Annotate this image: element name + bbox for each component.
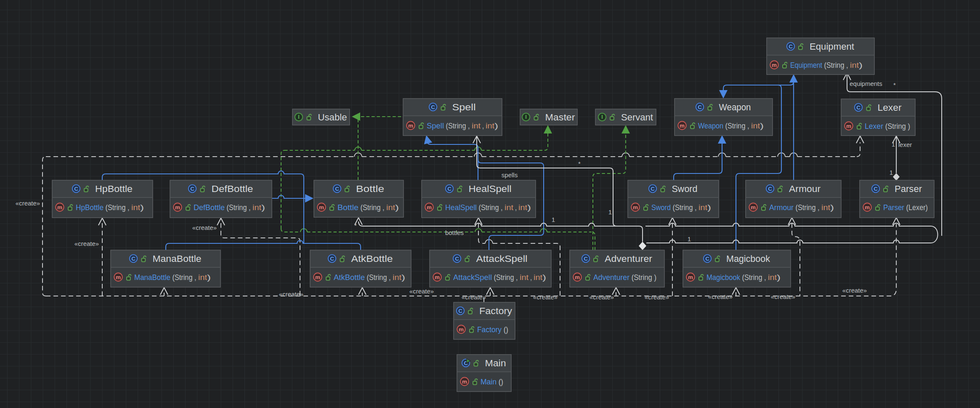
- svg-text:C: C: [705, 256, 709, 262]
- svg-text:1: 1: [890, 169, 893, 176]
- svg-text:m: m: [427, 204, 432, 211]
- svg-text:m: m: [751, 204, 756, 211]
- svg-text:C: C: [768, 186, 772, 192]
- svg-text:1: 1: [892, 141, 895, 148]
- svg-text:Parser (Lexer): Parser (Lexer): [883, 203, 928, 212]
- svg-text:*: *: [578, 160, 581, 167]
- svg-text:ManaBottle (String , int): ManaBottle (String , int): [134, 273, 211, 282]
- svg-text:C: C: [856, 104, 860, 111]
- svg-text:Magicbook (String , int): Magicbook (String , int): [706, 273, 781, 282]
- svg-text:m: m: [846, 123, 851, 129]
- svg-text:«create»: «create»: [279, 291, 303, 298]
- svg-text:Lexer (String ): Lexer (String ): [865, 122, 910, 131]
- svg-text:Spell: Spell: [452, 102, 476, 112]
- svg-text:*: *: [354, 222, 357, 229]
- svg-text:DefBottle (String , int): DefBottle (String , int): [194, 203, 265, 212]
- svg-text:I: I: [601, 114, 603, 120]
- svg-text:«create»: «create»: [533, 293, 558, 301]
- svg-text:Parser: Parser: [895, 184, 922, 194]
- svg-text:Magicbook: Magicbook: [726, 253, 770, 264]
- svg-text:C: C: [455, 256, 459, 262]
- svg-text:C: C: [874, 186, 878, 192]
- svg-text:C: C: [651, 186, 655, 192]
- svg-text:Usable: Usable: [318, 112, 347, 123]
- svg-text:Lexer: Lexer: [878, 102, 902, 113]
- svg-text:AtkBottle: AtkBottle: [351, 253, 393, 264]
- svg-text:m: m: [435, 274, 440, 280]
- svg-text:Factory: Factory: [479, 306, 512, 316]
- svg-text:C: C: [698, 104, 702, 110]
- svg-text:Bottle (String , int): Bottle (String , int): [337, 203, 399, 212]
- svg-text:m: m: [116, 274, 121, 280]
- svg-text:C: C: [447, 186, 451, 192]
- svg-text:I: I: [525, 114, 526, 120]
- svg-text:HealSpell: HealSpell: [469, 184, 512, 194]
- svg-text:bottles: bottles: [445, 229, 464, 236]
- svg-text:C: C: [330, 256, 334, 262]
- svg-text:«create»: «create»: [409, 288, 434, 295]
- svg-text:Sword: Sword: [672, 184, 698, 194]
- svg-text:C: C: [458, 308, 462, 314]
- svg-text:Weapon: Weapon: [719, 102, 751, 112]
- svg-text:Equipment (String , int): Equipment (String , int): [790, 61, 863, 69]
- svg-text:C: C: [789, 43, 793, 50]
- svg-text:m: m: [459, 326, 464, 333]
- svg-text:HpBottle: HpBottle: [95, 184, 133, 194]
- svg-text:«create»: «create»: [462, 293, 486, 301]
- svg-text:lexer: lexer: [898, 141, 912, 148]
- svg-text:I: I: [298, 114, 299, 120]
- svg-text:C: C: [584, 256, 588, 262]
- svg-text:Main: Main: [485, 358, 506, 368]
- svg-text:DefBottle: DefBottle: [212, 184, 253, 194]
- svg-text:C: C: [131, 256, 135, 262]
- svg-text:Armour: Armour: [789, 184, 821, 194]
- svg-text:«create»: «create»: [708, 293, 733, 300]
- svg-text:«create»: «create»: [590, 293, 614, 301]
- svg-text:m: m: [865, 204, 870, 211]
- svg-text:HpBottle (String , int): HpBottle (String , int): [76, 203, 144, 212]
- svg-text:C: C: [431, 104, 435, 110]
- svg-text:spells: spells: [502, 171, 518, 179]
- svg-text:C: C: [335, 186, 339, 192]
- svg-text:1: 1: [608, 208, 612, 216]
- svg-text:Factory (): Factory (): [477, 325, 508, 334]
- svg-text:«create»: «create»: [192, 224, 217, 231]
- svg-text:HealSpell (String , int , int): HealSpell (String , int , int): [445, 203, 531, 212]
- svg-text:m: m: [772, 62, 777, 68]
- svg-text:«create»: «create»: [16, 200, 40, 207]
- svg-text:C: C: [190, 186, 194, 192]
- svg-text:Sword (String , int): Sword (String , int): [651, 203, 711, 212]
- svg-text:Adventurer (String ): Adventurer (String ): [593, 273, 656, 282]
- svg-text:Master: Master: [545, 112, 575, 123]
- svg-text:Weapon (String , int): Weapon (String , int): [698, 121, 764, 130]
- svg-text:m: m: [315, 274, 320, 280]
- svg-text:m: m: [57, 204, 62, 211]
- svg-text:Bottle: Bottle: [356, 184, 384, 194]
- svg-text:*: *: [893, 81, 896, 88]
- svg-text:m: m: [575, 274, 580, 280]
- svg-text:m: m: [319, 204, 324, 211]
- svg-text:Main (): Main (): [481, 377, 503, 386]
- svg-text:«create»: «create»: [74, 240, 99, 247]
- svg-text:m: m: [462, 379, 467, 385]
- svg-text:Equipment: Equipment: [810, 41, 854, 52]
- svg-text:m: m: [408, 123, 413, 129]
- svg-text:m: m: [680, 123, 685, 129]
- svg-text:Spell (String , int , int): Spell (String , int , int): [427, 121, 498, 130]
- svg-text:m: m: [175, 204, 180, 211]
- svg-text:C: C: [74, 186, 78, 192]
- svg-text:1: 1: [688, 235, 691, 243]
- svg-text:«create»: «create»: [645, 293, 669, 301]
- svg-text:«create»: «create»: [842, 287, 867, 294]
- svg-text:1: 1: [552, 216, 555, 223]
- svg-text:AttackSpell (String , int , in: AttackSpell (String , int , int): [453, 273, 546, 282]
- svg-text:m: m: [633, 204, 638, 211]
- svg-text:Armour (String , int): Armour (String , int): [769, 203, 834, 212]
- svg-text:Servant: Servant: [621, 112, 653, 123]
- svg-text:Adventurer: Adventurer: [605, 253, 652, 264]
- svg-text:m: m: [688, 274, 693, 280]
- svg-text:equipments: equipments: [850, 80, 882, 87]
- svg-text:«create»: «create»: [771, 293, 795, 300]
- svg-text:ManaBottle: ManaBottle: [153, 253, 202, 264]
- svg-text:AttackSpell: AttackSpell: [476, 253, 528, 264]
